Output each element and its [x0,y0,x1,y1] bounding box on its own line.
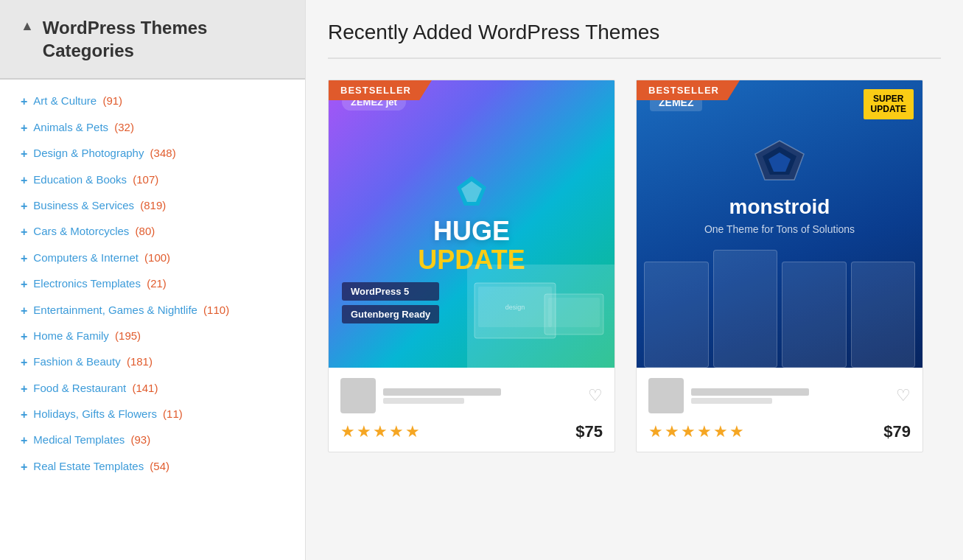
category-count-fashion-beauty: (181) [124,355,153,368]
card1-badges: WordPress 5 Gutenberg Ready [342,282,439,323]
category-count-real-estate: (54) [147,460,169,472]
product-name-bar-2 [691,388,809,396]
sidebar-item-design-photography[interactable]: +Design & Photography (348) [21,145,284,162]
sidebar-item-education-books[interactable]: +Education & Books (107) [21,172,284,189]
bestseller-badge-2: BESTSELLER [637,80,740,100]
product-text-2 [691,388,809,404]
plus-icon-entertainment-nightlife: + [21,303,27,319]
card2-screens-mock [637,250,922,368]
product-image-2[interactable]: ZEMEZ SUPERUPDATE monstroid One Theme fo… [637,80,922,368]
product-rating-row-1: ★★★★★ $75 [340,422,603,441]
card2-brand-icon [754,139,805,186]
category-label-home-family: Home & Family [33,329,109,342]
category-count-food-restaurant: (141) [129,382,158,394]
category-link-real-estate[interactable]: Real Estate Templates (54) [33,458,169,474]
category-count-entertainment-nightlife: (110) [200,304,229,316]
sidebar-item-computers-internet[interactable]: +Computers & Internet (100) [21,250,284,267]
plus-icon-electronics-templates: + [21,276,27,293]
category-label-art-culture: Art & Culture [33,94,97,107]
plus-icon-home-family: + [21,329,27,345]
plus-icon-computers-internet: + [21,251,27,267]
sidebar-item-holidays-gifts[interactable]: +Holidays, Gifts & Flowers (11) [21,406,284,423]
screen-mock-4 [851,262,916,368]
sidebar-item-art-culture[interactable]: +Art & Culture (91) [21,93,284,110]
sidebar: ▲ WordPress Themes Categories +Art & Cul… [0,0,306,560]
wishlist-button-1[interactable]: ♡ [588,386,603,405]
plus-icon-cars-motorcycles: + [21,224,27,240]
category-link-home-family[interactable]: Home & Family (195) [33,328,141,343]
category-label-entertainment-nightlife: Entertainment, Games & Nightlife [33,304,197,316]
category-link-design-photography[interactable]: Design & Photography (348) [33,145,175,161]
plus-icon-business-services: + [21,198,27,214]
category-link-art-culture[interactable]: Art & Culture (91) [33,93,122,108]
sidebar-item-cars-motorcycles[interactable]: +Cars & Motorcycles (80) [21,223,284,240]
category-count-electronics-templates: (21) [144,277,167,290]
category-link-education-books[interactable]: Education & Books (107) [33,172,158,187]
super-update-badge: SUPERUPDATE [864,89,914,119]
sidebar-item-entertainment-nightlife[interactable]: +Entertainment, Games & Nightlife (110) [21,302,284,319]
category-label-computers-internet: Computers & Internet [33,251,139,264]
category-count-home-family: (195) [112,329,141,342]
product-price-1: $75 [575,422,603,441]
sidebar-item-electronics-templates[interactable]: +Electronics Templates (21) [21,276,284,293]
category-count-medical-templates: (93) [127,433,150,446]
plus-icon-animals-pets: + [21,120,27,136]
screen-mock-2 [713,250,778,368]
category-count-design-photography: (348) [147,147,175,159]
sidebar-item-business-services[interactable]: +Business & Services (819) [21,197,284,214]
category-count-business-services: (819) [137,199,166,211]
sidebar-item-real-estate[interactable]: +Real Estate Templates (54) [21,458,284,475]
category-label-business-services: Business & Services [33,199,134,211]
product-thumbnail-1 [340,378,376,413]
products-grid: BESTSELLER ZEMEZ jet HUGE UPDATE [328,80,941,452]
category-link-medical-templates[interactable]: Medical Templates (93) [33,432,150,447]
card1-headline1: HUGE [433,218,510,245]
sidebar-item-home-family[interactable]: +Home & Family (195) [21,328,284,345]
category-link-business-services[interactable]: Business & Services (819) [33,197,166,213]
category-label-cars-motorcycles: Cars & Motorcycles [33,225,129,237]
category-link-holidays-gifts[interactable]: Holidays, Gifts & Flowers (11) [33,406,182,421]
category-link-entertainment-nightlife[interactable]: Entertainment, Games & Nightlife (110) [33,302,229,318]
card1-screens-mock: design [467,265,614,368]
category-label-fashion-beauty: Fashion & Beauty [33,355,120,368]
category-link-computers-internet[interactable]: Computers & Internet (100) [33,250,170,265]
product-sub-bar-2 [691,398,772,404]
card1-badge2: Gutenberg Ready [342,305,439,323]
card1-brand-icon [449,172,494,212]
category-count-cars-motorcycles: (80) [132,225,155,237]
sidebar-item-medical-templates[interactable]: +Medical Templates (93) [21,432,284,449]
category-count-art-culture: (91) [99,94,122,107]
product-footer-2: ♡ ★★★★★★ $79 [637,368,922,452]
category-label-real-estate: Real Estate Templates [33,460,144,472]
sidebar-item-fashion-beauty[interactable]: +Fashion & Beauty (181) [21,354,284,371]
product-card-monstroid2: BESTSELLER ZEMEZ jet HUGE UPDATE [328,80,615,452]
category-label-holidays-gifts: Holidays, Gifts & Flowers [33,407,157,420]
product-stars-2: ★★★★★★ [648,422,746,441]
sidebar-item-animals-pets[interactable]: +Animals & Pets (32) [21,119,284,136]
product-name-bar-1 [383,388,501,396]
page-title: Recently Added WordPress Themes [328,21,941,59]
bestseller-badge-1: BESTSELLER [329,80,432,100]
plus-icon-education-books: + [21,172,27,189]
plus-icon-real-estate: + [21,459,27,475]
category-link-food-restaurant[interactable]: Food & Restaurant (141) [33,380,158,396]
svg-rect-4 [548,298,600,327]
category-label-design-photography: Design & Photography [33,147,144,159]
category-link-fashion-beauty[interactable]: Fashion & Beauty (181) [33,354,153,369]
plus-icon-art-culture: + [21,94,27,110]
category-label-medical-templates: Medical Templates [33,433,125,446]
category-label-food-restaurant: Food & Restaurant [33,382,126,394]
plus-icon-medical-templates: + [21,433,27,449]
product-image-1[interactable]: ZEMEZ jet HUGE UPDATE WordPress 5 Gutenb… [329,80,614,368]
category-label-electronics-templates: Electronics Templates [33,277,141,290]
category-link-electronics-templates[interactable]: Electronics Templates (21) [33,276,166,291]
category-list: +Art & Culture (91)+Animals & Pets (32)+… [0,80,305,497]
category-label-education-books: Education & Books [33,173,127,186]
category-link-animals-pets[interactable]: Animals & Pets (32) [33,119,134,135]
wishlist-button-2[interactable]: ♡ [896,386,911,405]
product-stars-1: ★★★★★ [340,422,421,441]
product-thumb-info-1 [340,378,501,413]
category-count-animals-pets: (32) [111,121,134,133]
category-link-cars-motorcycles[interactable]: Cars & Motorcycles (80) [33,223,155,239]
sidebar-item-food-restaurant[interactable]: +Food & Restaurant (141) [21,380,284,397]
